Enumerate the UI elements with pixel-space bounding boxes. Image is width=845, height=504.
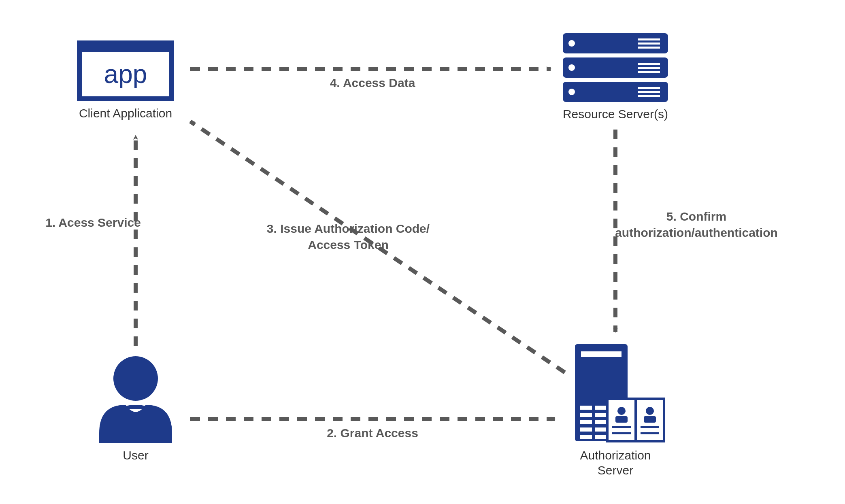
app-window-text: app	[104, 60, 147, 89]
user-node: User	[99, 356, 172, 462]
edge-grant-access-label: 2. Grant Access	[327, 426, 418, 440]
svg-rect-27	[595, 420, 607, 424]
svg-rect-37	[644, 416, 656, 423]
directory-book-icon	[607, 399, 664, 441]
svg-rect-28	[595, 427, 607, 432]
svg-rect-16	[638, 95, 660, 97]
svg-rect-26	[595, 413, 607, 417]
svg-rect-22	[580, 420, 592, 424]
edge-confirm-auth-label-1: 5. Confirm	[666, 210, 726, 223]
user-label: User	[123, 449, 148, 462]
edge-access-data-label: 4. Access Data	[330, 76, 415, 89]
svg-rect-24	[580, 435, 592, 439]
edge-issue-code: 3. Issue Authorization Code/ Access Toke…	[190, 121, 565, 372]
edge-access-service-label: 1. Acess Service	[45, 216, 141, 229]
svg-point-36	[646, 407, 654, 415]
edge-issue-code-label-2: Access Token	[308, 238, 389, 251]
svg-rect-4	[638, 38, 660, 40]
svg-point-32	[617, 407, 626, 415]
authorization-server-label-line2: Server	[598, 464, 633, 477]
svg-point-8	[568, 64, 575, 71]
edge-confirm-auth: 5. Confirm authorization/authentication	[615, 130, 778, 332]
authorization-server-label-line1: Authorization	[580, 449, 651, 462]
edge-grant-access: 2. Grant Access	[190, 419, 555, 440]
client-application-node: app Client Application	[77, 40, 174, 120]
edge-confirm-auth-label-2: authorization/authentication	[615, 226, 778, 239]
svg-rect-29	[595, 435, 607, 439]
user-icon	[99, 356, 172, 443]
svg-rect-19	[581, 351, 622, 357]
svg-rect-14	[638, 87, 660, 89]
svg-rect-20	[580, 406, 592, 410]
svg-rect-5	[638, 43, 660, 45]
resource-servers-label: Resource Server(s)	[563, 107, 668, 121]
edge-access-service: 1. Acess Service	[45, 136, 141, 346]
authorization-server-node: Authorization Server	[575, 344, 664, 477]
svg-point-3	[568, 40, 575, 47]
svg-rect-21	[580, 413, 592, 417]
edge-issue-code-label-1: 3. Issue Authorization Code/	[267, 222, 430, 235]
edge-access-data: 4. Access Data	[190, 69, 551, 89]
svg-rect-9	[638, 63, 660, 65]
svg-rect-23	[580, 427, 592, 432]
resource-servers-node: Resource Server(s)	[563, 33, 668, 121]
svg-rect-10	[638, 67, 660, 69]
svg-rect-15	[638, 91, 660, 93]
svg-rect-6	[638, 47, 660, 49]
server-stack-icon	[563, 33, 668, 102]
app-window-icon: app	[77, 40, 174, 101]
svg-point-13	[568, 89, 575, 95]
client-application-label: Client Application	[79, 106, 172, 120]
svg-rect-33	[615, 416, 628, 423]
svg-rect-25	[595, 406, 607, 410]
svg-rect-11	[638, 71, 660, 73]
svg-point-17	[113, 356, 158, 401]
